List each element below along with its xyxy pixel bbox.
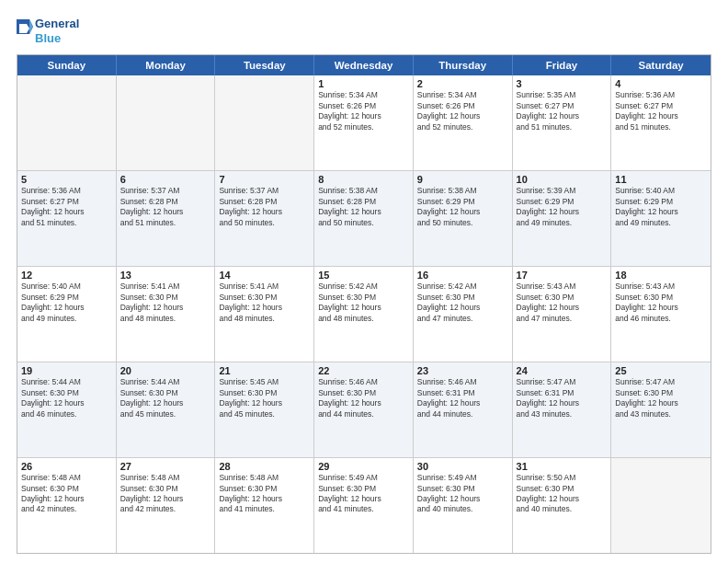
day-number: 20 — [120, 365, 211, 376]
day-number: 12 — [21, 270, 112, 281]
cal-cell: 31Sunrise: 5:50 AM Sunset: 6:30 PM Dayli… — [513, 458, 612, 553]
cal-cell: 26Sunrise: 5:48 AM Sunset: 6:30 PM Dayli… — [17, 458, 117, 553]
day-number: 21 — [219, 365, 310, 376]
day-info: Sunrise: 5:48 AM Sunset: 6:30 PM Dayligh… — [120, 473, 211, 515]
cal-header-wednesday: Wednesday — [314, 55, 414, 75]
day-number: 17 — [517, 270, 608, 281]
day-number: 28 — [219, 461, 310, 472]
cal-cell: 14Sunrise: 5:41 AM Sunset: 6:30 PM Dayli… — [215, 267, 314, 362]
cal-cell: 25Sunrise: 5:47 AM Sunset: 6:30 PM Dayli… — [611, 362, 711, 457]
cal-cell: 10Sunrise: 5:39 AM Sunset: 6:29 PM Dayli… — [513, 171, 612, 266]
cal-header-friday: Friday — [513, 55, 612, 75]
day-number: 25 — [615, 365, 707, 376]
cal-cell: 1Sunrise: 5:34 AM Sunset: 6:26 PM Daylig… — [314, 75, 414, 170]
cal-header-sunday: Sunday — [17, 55, 117, 75]
day-info: Sunrise: 5:48 AM Sunset: 6:30 PM Dayligh… — [219, 473, 310, 515]
logo-block: General Blue — [17, 17, 79, 45]
cal-row-1: 5Sunrise: 5:36 AM Sunset: 6:27 PM Daylig… — [17, 170, 711, 266]
cal-cell: 24Sunrise: 5:47 AM Sunset: 6:31 PM Dayli… — [513, 362, 612, 457]
cal-cell: 30Sunrise: 5:49 AM Sunset: 6:30 PM Dayli… — [414, 458, 513, 553]
day-info: Sunrise: 5:43 AM Sunset: 6:30 PM Dayligh… — [517, 282, 608, 324]
cal-row-0: 1Sunrise: 5:34 AM Sunset: 6:26 PM Daylig… — [17, 75, 711, 170]
cal-header-monday: Monday — [117, 55, 216, 75]
cal-cell: 18Sunrise: 5:43 AM Sunset: 6:30 PM Dayli… — [611, 267, 711, 362]
page: General Blue SundayMondayTuesdayWednesda… — [0, 0, 728, 563]
day-info: Sunrise: 5:41 AM Sunset: 6:30 PM Dayligh… — [120, 282, 211, 324]
day-info: Sunrise: 5:34 AM Sunset: 6:26 PM Dayligh… — [318, 90, 409, 132]
cal-cell: 11Sunrise: 5:40 AM Sunset: 6:29 PM Dayli… — [611, 171, 711, 266]
cal-cell: 20Sunrise: 5:44 AM Sunset: 6:30 PM Dayli… — [117, 362, 216, 457]
day-number: 10 — [517, 174, 608, 185]
cal-cell: 16Sunrise: 5:42 AM Sunset: 6:30 PM Dayli… — [414, 267, 513, 362]
day-info: Sunrise: 5:34 AM Sunset: 6:26 PM Dayligh… — [417, 90, 508, 132]
day-info: Sunrise: 5:38 AM Sunset: 6:28 PM Dayligh… — [318, 186, 409, 228]
day-number: 30 — [417, 461, 508, 472]
cal-cell — [611, 458, 711, 553]
day-info: Sunrise: 5:46 AM Sunset: 6:31 PM Dayligh… — [417, 377, 508, 419]
cal-cell: 28Sunrise: 5:48 AM Sunset: 6:30 PM Dayli… — [215, 458, 314, 553]
logo-text: General Blue — [35, 17, 79, 45]
cal-cell: 19Sunrise: 5:44 AM Sunset: 6:30 PM Dayli… — [17, 362, 117, 457]
day-number: 31 — [517, 461, 608, 472]
day-number: 26 — [21, 461, 112, 472]
cal-cell: 29Sunrise: 5:49 AM Sunset: 6:30 PM Dayli… — [314, 458, 414, 553]
day-info: Sunrise: 5:36 AM Sunset: 6:27 PM Dayligh… — [21, 186, 112, 228]
cal-cell: 15Sunrise: 5:42 AM Sunset: 6:30 PM Dayli… — [314, 267, 414, 362]
logo-general: General — [35, 17, 79, 31]
day-number: 27 — [120, 461, 211, 472]
cal-header-saturday: Saturday — [611, 55, 711, 75]
logo-icon — [17, 19, 33, 43]
day-number: 1 — [318, 78, 409, 89]
cal-cell: 27Sunrise: 5:48 AM Sunset: 6:30 PM Dayli… — [117, 458, 216, 553]
day-number: 11 — [615, 174, 707, 185]
cal-cell: 22Sunrise: 5:46 AM Sunset: 6:30 PM Dayli… — [314, 362, 414, 457]
cal-cell: 23Sunrise: 5:46 AM Sunset: 6:31 PM Dayli… — [414, 362, 513, 457]
day-number: 16 — [417, 270, 508, 281]
cal-header-thursday: Thursday — [414, 55, 513, 75]
day-info: Sunrise: 5:47 AM Sunset: 6:30 PM Dayligh… — [615, 377, 707, 419]
cal-cell: 7Sunrise: 5:37 AM Sunset: 6:28 PM Daylig… — [215, 171, 314, 266]
day-info: Sunrise: 5:39 AM Sunset: 6:29 PM Dayligh… — [517, 186, 608, 228]
day-info: Sunrise: 5:44 AM Sunset: 6:30 PM Dayligh… — [21, 377, 112, 419]
day-number: 24 — [517, 365, 608, 376]
day-number: 4 — [615, 78, 707, 89]
logo: General Blue — [17, 17, 79, 45]
day-info: Sunrise: 5:43 AM Sunset: 6:30 PM Dayligh… — [615, 282, 707, 324]
day-info: Sunrise: 5:44 AM Sunset: 6:30 PM Dayligh… — [120, 377, 211, 419]
day-info: Sunrise: 5:38 AM Sunset: 6:29 PM Dayligh… — [417, 186, 508, 228]
day-info: Sunrise: 5:47 AM Sunset: 6:31 PM Dayligh… — [517, 377, 608, 419]
day-number: 9 — [417, 174, 508, 185]
cal-cell: 4Sunrise: 5:36 AM Sunset: 6:27 PM Daylig… — [611, 75, 711, 170]
day-number: 22 — [318, 365, 409, 376]
calendar-body: 1Sunrise: 5:34 AM Sunset: 6:26 PM Daylig… — [17, 75, 711, 553]
cal-cell: 13Sunrise: 5:41 AM Sunset: 6:30 PM Dayli… — [117, 267, 216, 362]
cal-row-4: 26Sunrise: 5:48 AM Sunset: 6:30 PM Dayli… — [17, 457, 711, 553]
calendar-header-row: SundayMondayTuesdayWednesdayThursdayFrid… — [17, 55, 711, 75]
cal-row-3: 19Sunrise: 5:44 AM Sunset: 6:30 PM Dayli… — [17, 362, 711, 457]
day-info: Sunrise: 5:37 AM Sunset: 6:28 PM Dayligh… — [120, 186, 211, 228]
day-number: 5 — [21, 174, 112, 185]
day-info: Sunrise: 5:46 AM Sunset: 6:30 PM Dayligh… — [318, 377, 409, 419]
day-info: Sunrise: 5:36 AM Sunset: 6:27 PM Dayligh… — [615, 90, 707, 132]
cal-cell: 5Sunrise: 5:36 AM Sunset: 6:27 PM Daylig… — [17, 171, 117, 266]
svg-marker-2 — [29, 19, 33, 34]
cal-cell — [17, 75, 117, 170]
day-number: 7 — [219, 174, 310, 185]
day-info: Sunrise: 5:41 AM Sunset: 6:30 PM Dayligh… — [219, 282, 310, 324]
day-number: 13 — [120, 270, 211, 281]
day-number: 8 — [318, 174, 409, 185]
cal-cell: 9Sunrise: 5:38 AM Sunset: 6:29 PM Daylig… — [414, 171, 513, 266]
day-info: Sunrise: 5:49 AM Sunset: 6:30 PM Dayligh… — [318, 473, 409, 515]
cal-cell: 17Sunrise: 5:43 AM Sunset: 6:30 PM Dayli… — [513, 267, 612, 362]
day-info: Sunrise: 5:40 AM Sunset: 6:29 PM Dayligh… — [21, 282, 112, 324]
day-info: Sunrise: 5:49 AM Sunset: 6:30 PM Dayligh… — [417, 473, 508, 515]
day-number: 6 — [120, 174, 211, 185]
day-info: Sunrise: 5:50 AM Sunset: 6:30 PM Dayligh… — [517, 473, 608, 515]
logo-blue: Blue — [35, 31, 79, 46]
day-number: 18 — [615, 270, 707, 281]
header: General Blue — [17, 17, 711, 45]
cal-cell — [117, 75, 216, 170]
day-info: Sunrise: 5:35 AM Sunset: 6:27 PM Dayligh… — [517, 90, 608, 132]
day-number: 14 — [219, 270, 310, 281]
day-number: 3 — [517, 78, 608, 89]
